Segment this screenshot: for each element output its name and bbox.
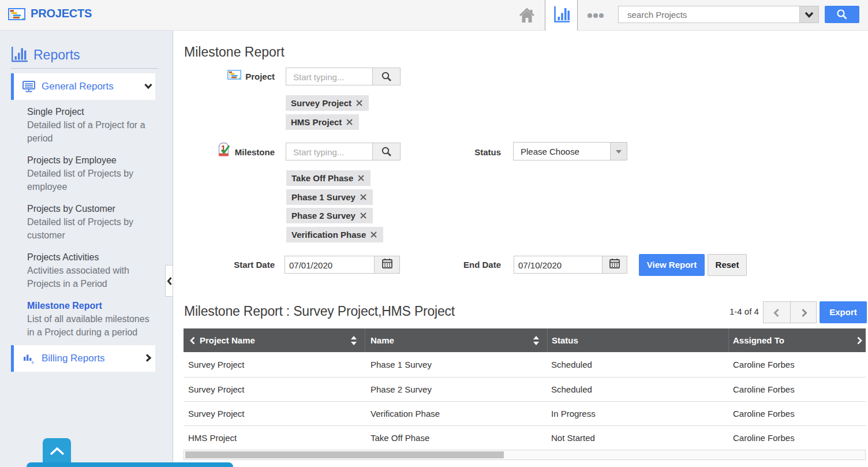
svg-text:s: s [32, 360, 34, 364]
